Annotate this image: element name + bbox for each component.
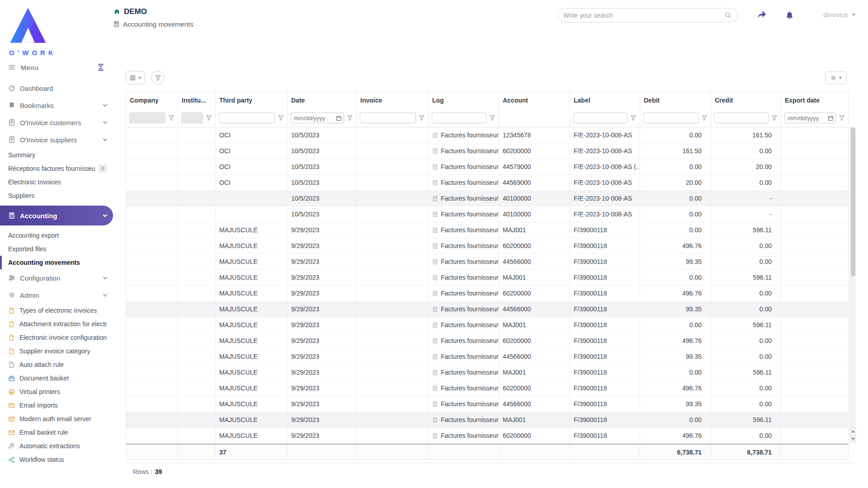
sidebar-item-supplier-invoice-category[interactable]: Supplier invoice category: [0, 344, 113, 358]
column-header-debit[interactable]: Debit: [640, 92, 711, 109]
sidebar-item-email-imports[interactable]: Email imports: [0, 399, 113, 412]
sidebar-item-suppliers[interactable]: Suppliers: [0, 189, 113, 202]
table-row[interactable]: OCI10/5/2023Factures fournisseurs6020000…: [126, 143, 849, 159]
sidebar-item-bookmarks[interactable]: Bookmarks: [0, 97, 113, 114]
table-row[interactable]: 10/5/2023Factures fournisseurs40100000F/…: [126, 206, 849, 222]
user-menu[interactable]: dinvoice: [823, 11, 855, 19]
funnel-icon[interactable]: [347, 115, 353, 121]
funnel-icon: [155, 75, 161, 81]
sidebar-item-attachment-extraction-for-electroni[interactable]: Attachment extraction for electroni: [0, 317, 113, 331]
table-row[interactable]: MAJUSCULE9/29/2023Factures fournisseurs6…: [126, 333, 849, 349]
column-header-credit[interactable]: Credit: [711, 92, 781, 109]
column-header-invoice[interactable]: Invoice: [357, 92, 429, 109]
search-input[interactable]: [563, 12, 724, 19]
log-filter-input[interactable]: [432, 113, 486, 123]
sidebar-item-modern-auth-email-server[interactable]: Modern auth email server: [0, 412, 113, 426]
column-header-company[interactable]: Company: [126, 92, 178, 109]
table-row[interactable]: MAJUSCULE9/29/2023Factures fournisseurs4…: [126, 396, 849, 412]
table-row[interactable]: MAJUSCULE9/29/2023Factures fournisseurs4…: [126, 349, 849, 365]
column-header-account[interactable]: Account: [499, 92, 570, 109]
sidebar-item-email-basket-rule[interactable]: Email basket rule: [0, 426, 113, 439]
printer-orange-icon: [8, 389, 15, 395]
label-filter-input[interactable]: [573, 113, 627, 123]
cell-invoice: [357, 301, 429, 317]
calculator-icon: [8, 212, 15, 219]
sidebar-item-document-basket[interactable]: Document basket: [0, 371, 113, 385]
filter-button[interactable]: [151, 71, 165, 84]
sidebar-item-accounting[interactable]: Accounting: [0, 206, 113, 225]
sidebar-item-electronic-invoices[interactable]: Electronic Invoices: [0, 175, 113, 189]
filter-cell-invoice: [357, 109, 429, 127]
table-row[interactable]: OCI10/5/2023Factures fournisseurs4456900…: [126, 175, 849, 191]
funnel-icon[interactable]: [839, 115, 845, 121]
date-filter-input[interactable]: [291, 113, 344, 123]
funnel-icon[interactable]: [419, 115, 425, 121]
scroll-down-button[interactable]: [850, 435, 856, 443]
sidebar-item-virtual-printers[interactable]: Virtual printers: [0, 385, 113, 399]
table-row[interactable]: MAJUSCULE9/29/2023Factures fournisseurs4…: [126, 301, 849, 317]
table-row[interactable]: 10/5/2023Factures fournisseurs40100000F/…: [126, 191, 849, 206]
debit-filter-input[interactable]: [643, 113, 698, 123]
sidebar-item-accounting-movements[interactable]: Accounting movements: [0, 256, 113, 269]
funnel-icon[interactable]: [206, 115, 212, 121]
table-row[interactable]: MAJUSCULE9/29/2023Factures fournisseursM…: [126, 270, 849, 286]
table-row[interactable]: MAJUSCULE9/29/2023Factures fournisseurs6…: [126, 238, 849, 254]
funnel-icon[interactable]: [771, 115, 778, 121]
sidebar-item-configuration[interactable]: Configuration: [0, 269, 113, 286]
table-row[interactable]: OCI10/5/2023Factures fournisseurs1234567…: [126, 127, 849, 143]
table-row[interactable]: MAJUSCULE9/29/2023Factures fournisseursM…: [126, 317, 849, 333]
sidebar-item-o-invoice-customers[interactable]: O'Invoice customers: [0, 114, 113, 131]
funnel-icon[interactable]: [701, 115, 708, 121]
cell-date: 9/29/2023: [288, 238, 357, 253]
sidebar-item-o-invoice-suppliers[interactable]: O'Invoice suppliers: [0, 131, 113, 148]
sidebar-item-automatic-extractions[interactable]: Automatic extractions: [0, 439, 113, 453]
sidebar-item-electronic-invoice-configuration[interactable]: Electronic invoice configuration: [0, 331, 113, 344]
sidebar-item-exported-files[interactable]: Exported files: [0, 242, 113, 256]
export-date-filter-input[interactable]: [784, 113, 836, 123]
table-row[interactable]: MAJUSCULE9/29/2023Factures fournisseurs6…: [126, 380, 849, 396]
column-header-date[interactable]: Date: [288, 92, 357, 109]
sidebar-pin-icon[interactable]: [97, 63, 105, 71]
table-row[interactable]: OCI10/5/2023Factures fournisseurs4457900…: [126, 159, 849, 175]
cell-credit: -: [711, 206, 781, 222]
sidebar-item-accounting-export[interactable]: Accounting export: [0, 229, 113, 242]
column-header-log[interactable]: Log: [429, 92, 499, 109]
table-row[interactable]: MAJUSCULE9/29/2023Factures fournisseurs6…: [126, 428, 849, 444]
invoice-filter-input[interactable]: [360, 113, 416, 123]
scrollbar-thumb[interactable]: [851, 127, 855, 277]
table-scrollbar[interactable]: [849, 127, 856, 443]
cell-credit: 161.50: [711, 127, 781, 143]
sidebar-item-workflow-status[interactable]: Workflow status: [0, 453, 113, 466]
hamburger-icon[interactable]: [8, 64, 15, 71]
notifications-button[interactable]: [783, 8, 797, 23]
sidebar-item-auto-attach-rule[interactable]: Auto attach rule: [0, 358, 113, 371]
sidebar-item-types-of-electronic-invoices[interactable]: Types of electronic invoices: [0, 304, 113, 317]
column-header-export-date[interactable]: Export date: [781, 92, 849, 109]
sidebar-item-admin[interactable]: Admin: [0, 286, 113, 304]
column-header-institution[interactable]: Institu...: [178, 92, 216, 109]
column-header-label[interactable]: Label: [570, 92, 640, 109]
title-block: DEMO Accounting movements: [113, 0, 193, 28]
sidebar-item-dashboard[interactable]: Dashboard: [0, 80, 113, 97]
sidebar-item-r-ceptions-factures-fournisseurs[interactable]: Réceptions factures fournisseurs0: [0, 162, 113, 175]
main-content: Company Institu... Third party Date Invo…: [113, 58, 868, 488]
column-chooser-button[interactable]: [126, 71, 145, 84]
table-row[interactable]: MAJUSCULE9/29/2023Factures fournisseurs4…: [126, 254, 849, 270]
table-row[interactable]: MAJUSCULE9/29/2023Factures fournisseursM…: [126, 222, 849, 238]
funnel-icon[interactable]: [278, 115, 284, 121]
table-row[interactable]: MAJUSCULE9/29/2023Factures fournisseursM…: [126, 412, 849, 428]
funnel-icon[interactable]: [630, 115, 637, 121]
table-row[interactable]: MAJUSCULE9/29/2023Factures fournisseursM…: [126, 365, 849, 380]
third-party-filter-input[interactable]: [219, 113, 275, 123]
table-settings-button[interactable]: [825, 71, 847, 84]
scroll-up-button[interactable]: [850, 427, 856, 435]
funnel-icon[interactable]: [489, 115, 495, 121]
sidebar-item-summary[interactable]: Summary: [0, 148, 113, 162]
search-icon[interactable]: [724, 11, 732, 19]
table-row[interactable]: MAJUSCULE9/29/2023Factures fournisseurs6…: [126, 286, 849, 301]
funnel-icon[interactable]: [168, 115, 175, 121]
credit-filter-input[interactable]: [714, 113, 769, 123]
share-button[interactable]: [755, 8, 769, 23]
column-header-third-party[interactable]: Third party: [216, 92, 288, 109]
breadcrumb: Accounting movements: [113, 20, 193, 28]
